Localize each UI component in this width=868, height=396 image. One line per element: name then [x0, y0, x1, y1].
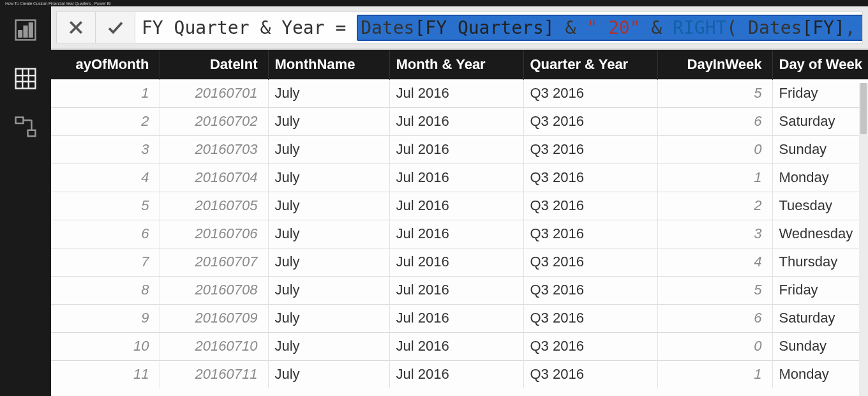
table-row[interactable]: 120160701JulyJul 2016Q3 20165Friday: [51, 79, 868, 107]
formula-token: Dates: [361, 17, 414, 38]
commit-formula-button[interactable]: [96, 11, 135, 43]
cell-dateInt: 20160705: [160, 192, 268, 220]
table-row[interactable]: 1020160710JulyJul 2016Q3 20160Sunday: [51, 332, 868, 360]
cell-dayInWeek: 0: [657, 332, 772, 360]
table-body: 120160701JulyJul 2016Q3 20165Friday22016…: [51, 79, 868, 388]
cell-dayInWeek: 4: [657, 248, 772, 276]
svg-rect-10: [28, 130, 36, 137]
app-root: How To Create Custom Financial Year Quar…: [0, 0, 868, 396]
window-title-text: How To Create Custom Financial Year Quar…: [5, 1, 110, 6]
formula-token: RIGHT: [673, 17, 726, 38]
cell-dateInt: 20160711: [160, 360, 268, 388]
table-row[interactable]: 920160709JulyJul 2016Q3 20166Saturday: [51, 304, 868, 332]
cell-dateInt: 20160703: [160, 135, 268, 164]
cell-dayOfMonth: 11: [51, 360, 160, 388]
cell-dayOfWeek: Friday: [772, 276, 868, 304]
cell-monthName: July: [268, 192, 389, 220]
column-header-qtrYear[interactable]: Quarter & Year: [523, 50, 657, 79]
column-header-dateInt[interactable]: DateInt: [160, 50, 268, 79]
cell-qtrYear: Q3 2016: [523, 332, 657, 360]
cell-dateInt: 20160706: [160, 220, 268, 248]
cell-dayOfWeek: Sunday: [772, 332, 868, 360]
formula-bar: FY Quarter & Year = Dates[FY Quarters] &…: [51, 6, 868, 49]
table-row[interactable]: 320160703JulyJul 2016Q3 20160Sunday: [51, 135, 868, 164]
column-header-dayOfWeek[interactable]: Day of Week: [772, 50, 868, 79]
column-header-monthName[interactable]: MonthName: [268, 50, 389, 79]
cell-dayOfMonth: 4: [51, 164, 160, 192]
table-row[interactable]: 520160705JulyJul 2016Q3 20162Tuesday: [51, 192, 868, 220]
cell-monthName: July: [268, 360, 389, 388]
cell-qtrYear: Q3 2016: [523, 192, 657, 220]
formula-token: &: [640, 17, 673, 38]
table-row[interactable]: 420160704JulyJul 2016Q3 20161Monday: [51, 164, 868, 192]
scrollbar-thumb[interactable]: [860, 83, 867, 134]
window-title-bar: How To Create Custom Financial Year Quar…: [0, 0, 868, 6]
cell-qtrYear: Q3 2016: [523, 79, 657, 107]
formula-token: [FY]: [802, 17, 844, 38]
cell-dayOfWeek: Saturday: [772, 304, 868, 332]
formula-token: ,: [845, 17, 863, 38]
cell-monthName: July: [268, 135, 389, 164]
cell-monthName: July: [268, 79, 389, 107]
cell-monthName: July: [268, 107, 389, 135]
cell-dayOfWeek: Friday: [772, 79, 868, 107]
cell-monthYear: Jul 2016: [389, 220, 523, 248]
cell-qtrYear: Q3 2016: [523, 164, 657, 192]
cell-qtrYear: Q3 2016: [523, 220, 657, 248]
equals-sign: =: [325, 17, 357, 38]
table-header-row: ayOfMonthDateIntMonthNameMonth & YearQua…: [51, 50, 868, 79]
formula-editor[interactable]: FY Quarter & Year = Dates[FY Quarters] &…: [135, 11, 863, 43]
cell-monthYear: Jul 2016: [389, 135, 523, 164]
column-header-dayInWeek[interactable]: DayInWeek: [657, 50, 772, 79]
formula-expression-highlight: Dates[FY Quarters] & " 20" & RIGHT( Date…: [357, 15, 863, 41]
cell-monthYear: Jul 2016: [389, 360, 523, 388]
cell-dayOfMonth: 3: [51, 135, 160, 164]
table-row[interactable]: 1120160711JulyJul 2016Q3 20161Monday: [51, 360, 868, 388]
cell-dayInWeek: 0: [657, 135, 772, 164]
cell-monthName: July: [268, 220, 389, 248]
cell-dayOfMonth: 7: [51, 248, 160, 276]
cell-dayOfMonth: 9: [51, 304, 160, 332]
svg-rect-1: [19, 31, 22, 37]
table-row[interactable]: 820160708JulyJul 2016Q3 20165Friday: [51, 276, 868, 304]
cell-qtrYear: Q3 2016: [523, 304, 657, 332]
cell-dayOfMonth: 10: [51, 332, 160, 360]
cell-monthYear: Jul 2016: [389, 276, 523, 304]
cell-monthYear: Jul 2016: [389, 192, 523, 220]
data-view-icon[interactable]: [13, 66, 38, 91]
vertical-scrollbar[interactable]: [859, 83, 868, 396]
cell-dayOfMonth: 1: [51, 79, 160, 107]
model-view-icon[interactable]: [13, 115, 38, 139]
column-header-dayOfMonth[interactable]: ayOfMonth: [51, 50, 160, 79]
cell-dayInWeek: 1: [657, 360, 772, 388]
cancel-formula-button[interactable]: [56, 11, 96, 43]
svg-rect-4: [16, 69, 36, 89]
cell-dayOfWeek: Thursday: [772, 248, 868, 276]
cell-monthYear: Jul 2016: [389, 107, 523, 135]
table-row[interactable]: 720160707JulyJul 2016Q3 20164Thursday: [51, 248, 868, 276]
cell-dayOfWeek: Monday: [772, 360, 868, 388]
report-view-icon[interactable]: [13, 18, 38, 42]
cell-dayOfMonth: 5: [51, 192, 160, 220]
cell-dateInt: 20160704: [160, 164, 268, 192]
formula-token: ( Dates: [726, 17, 802, 38]
cell-dateInt: 20160707: [160, 248, 268, 276]
svg-rect-2: [24, 26, 27, 37]
table-row[interactable]: 220160702JulyJul 2016Q3 20166Saturday: [51, 107, 868, 135]
cell-monthName: July: [268, 332, 389, 360]
cell-dayOfMonth: 8: [51, 276, 160, 304]
cell-dayOfWeek: Tuesday: [772, 192, 868, 220]
formula-token: " 20": [587, 17, 640, 38]
cell-dayInWeek: 1: [657, 164, 772, 192]
data-grid[interactable]: ayOfMonthDateIntMonthNameMonth & YearQua…: [51, 49, 868, 396]
cell-qtrYear: Q3 2016: [523, 135, 657, 164]
main-area: FY Quarter & Year = Dates[FY Quarters] &…: [0, 6, 868, 396]
cell-dayInWeek: 5: [657, 276, 772, 304]
table-row[interactable]: 620160706JulyJul 2016Q3 20163Wednesday: [51, 220, 868, 248]
column-header-monthYear[interactable]: Month & Year: [389, 50, 523, 79]
cell-monthYear: Jul 2016: [389, 164, 523, 192]
cell-monthName: July: [268, 248, 389, 276]
cell-monthName: July: [268, 276, 389, 304]
svg-rect-9: [16, 118, 24, 124]
cell-dayOfMonth: 6: [51, 220, 160, 248]
